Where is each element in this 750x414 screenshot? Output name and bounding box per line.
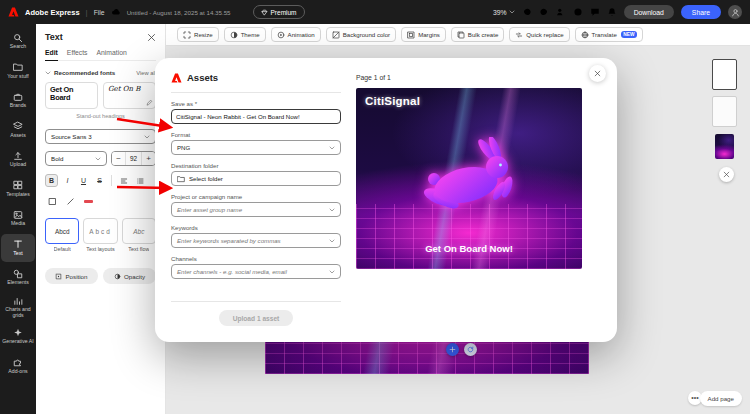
- left-nav-rail: Search Your stuff Brands Assets Upload T…: [0, 24, 36, 414]
- globe-icon: [581, 31, 589, 39]
- sidebar-item-search[interactable]: Search: [1, 27, 35, 56]
- redo-icon[interactable]: [539, 7, 549, 17]
- background-color-button[interactable]: Background color: [326, 27, 396, 42]
- resize-button[interactable]: Resize: [177, 27, 219, 42]
- margins-button[interactable]: Margins: [401, 27, 446, 42]
- chevron-down-icon: [329, 238, 335, 244]
- opacity-button[interactable]: Opacity: [103, 268, 156, 284]
- list-button[interactable]: [133, 174, 146, 187]
- neon-rabbit-illustration: [394, 137, 544, 223]
- align-left-icon: [120, 177, 128, 185]
- comments-icon[interactable]: [590, 7, 600, 17]
- chevron-down-icon: [509, 9, 515, 15]
- destination-folder-label: Destination folder: [171, 162, 341, 169]
- format-label: Format: [171, 131, 341, 138]
- strikethrough-button[interactable]: S: [93, 174, 106, 187]
- invite-people-icon[interactable]: [556, 7, 566, 17]
- position-button[interactable]: Position: [45, 268, 98, 284]
- zoom-control[interactable]: 39%: [493, 9, 515, 16]
- sidebar-item-media[interactable]: Media: [1, 204, 35, 233]
- gem-icon: [261, 9, 268, 16]
- increase-size-button[interactable]: +: [142, 152, 155, 165]
- assets-dialog: Assets Save as * Format PNG Destination …: [155, 58, 617, 342]
- text-panel-title: Text: [45, 32, 63, 42]
- tab-animation[interactable]: Animation: [97, 49, 127, 56]
- page-thumbnail[interactable]: [712, 96, 737, 127]
- artwork-brand-text: CitiSignal: [365, 95, 420, 107]
- share-button[interactable]: Share: [681, 5, 721, 19]
- layers-icon: [13, 121, 23, 131]
- chevron-down-icon: [144, 134, 150, 140]
- project-label: Project or campaign name: [171, 193, 341, 200]
- channels-select[interactable]: Enter channels - e.g. social media, emai…: [171, 264, 341, 279]
- quick-replace-button[interactable]: Quick replace: [509, 27, 569, 42]
- tab-edit[interactable]: Edit: [45, 49, 58, 56]
- select-folder-button[interactable]: Select folder: [171, 171, 341, 186]
- underline-button[interactable]: U: [77, 174, 90, 187]
- sidebar-item-text[interactable]: Text: [1, 234, 35, 263]
- header-divider: |: [86, 8, 88, 17]
- text-color-button[interactable]: [81, 195, 95, 208]
- view-all-link[interactable]: View all: [136, 70, 156, 76]
- shape-slash-button[interactable]: [63, 195, 77, 208]
- add-element-button[interactable]: [446, 343, 459, 356]
- font-weight-select[interactable]: Bold: [45, 151, 107, 166]
- sidebar-item-add-ons[interactable]: Add-ons: [1, 352, 35, 381]
- style-card-default[interactable]: Abcd Default: [45, 218, 79, 252]
- upload-asset-button[interactable]: Upload 1 asset: [219, 310, 294, 326]
- document-title[interactable]: Untitled - August 18, 2025 at 14.35.55: [127, 9, 231, 16]
- project-select[interactable]: Enter asset group name: [171, 202, 341, 217]
- shape-square-button[interactable]: [45, 195, 59, 208]
- notifications-bell-icon[interactable]: [607, 7, 617, 17]
- bold-button[interactable]: B: [45, 174, 58, 187]
- save-as-input[interactable]: [171, 109, 341, 124]
- version-history-icon[interactable]: [573, 7, 583, 17]
- regenerate-button[interactable]: [464, 343, 477, 356]
- close-panel-icon[interactable]: [147, 33, 156, 42]
- assets-form: Assets Save as * Format PNG Destination …: [171, 72, 341, 328]
- animation-button[interactable]: Animation: [271, 27, 321, 42]
- translate-button[interactable]: Translate NEW: [575, 27, 643, 42]
- file-menu[interactable]: File: [94, 9, 105, 16]
- sparkle-icon: [13, 328, 23, 338]
- sidebar-item-brands[interactable]: Brands: [1, 86, 35, 115]
- font-sample-card-script[interactable]: Get On B: [103, 82, 156, 109]
- font-family-select[interactable]: Source Sans 3: [45, 129, 156, 144]
- avatar[interactable]: [728, 5, 742, 19]
- undo-icon[interactable]: [522, 7, 532, 17]
- font-sample-card-bold[interactable]: Get On Board: [45, 82, 98, 109]
- design-mini-thumbnail[interactable]: [715, 134, 734, 159]
- plus-icon: [449, 346, 456, 353]
- chevron-down-icon[interactable]: [45, 70, 51, 76]
- close-rail-button[interactable]: [719, 167, 734, 182]
- font-size-value[interactable]: 92: [125, 152, 142, 166]
- sidebar-item-generative-ai[interactable]: Generative AI: [1, 322, 35, 351]
- download-button[interactable]: Download: [624, 5, 674, 19]
- close-dialog-button[interactable]: [589, 65, 606, 82]
- format-select[interactable]: PNG: [171, 140, 341, 155]
- sidebar-item-your-stuff[interactable]: Your stuff: [1, 57, 35, 86]
- chevron-down-icon: [329, 207, 335, 213]
- keywords-select[interactable]: Enter keywords separated by commas: [171, 233, 341, 248]
- square-outline-icon: [48, 197, 57, 206]
- bulk-create-button[interactable]: Bulk create: [451, 27, 504, 42]
- tab-effects[interactable]: Effects: [67, 49, 88, 56]
- add-page-button[interactable]: Add page: [700, 391, 743, 406]
- align-left-button[interactable]: [117, 174, 130, 187]
- theme-icon: [230, 31, 238, 39]
- chevron-down-icon: [329, 145, 335, 151]
- red-color-bar-icon: [84, 200, 93, 202]
- italic-button[interactable]: I: [61, 174, 74, 187]
- decrease-size-button[interactable]: −: [112, 152, 125, 165]
- style-card-text-flow[interactable]: Abc Text flow: [122, 218, 156, 252]
- sidebar-item-charts-and-grids[interactable]: Charts and grids: [1, 293, 35, 322]
- sidebar-item-assets[interactable]: Assets: [1, 116, 35, 145]
- premium-button[interactable]: Premium: [253, 5, 305, 19]
- sidebar-item-templates[interactable]: Templates: [1, 175, 35, 204]
- page-thumbnail-selected[interactable]: [712, 59, 737, 90]
- sidebar-item-elements[interactable]: Elements: [1, 263, 35, 292]
- style-card-text-layouts[interactable]: Abcd Text layouts: [83, 218, 117, 252]
- theme-button[interactable]: Theme: [224, 27, 266, 42]
- sidebar-item-upload[interactable]: Upload: [1, 145, 35, 174]
- pen-icon: [146, 99, 153, 106]
